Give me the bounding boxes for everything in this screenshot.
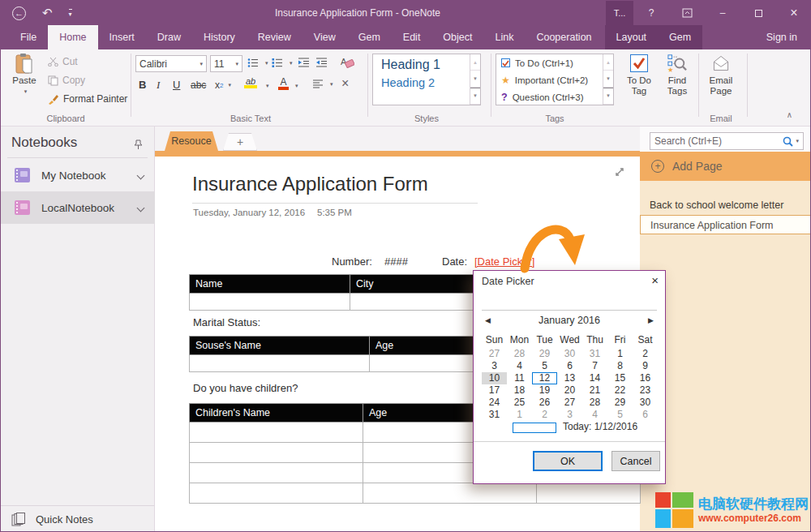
delete-button[interactable]: × [341,76,349,91]
children-question-label[interactable]: Do you have children? [193,382,298,394]
undo-icon[interactable]: ↶ [42,6,53,20]
date-picker-link[interactable]: [Date Picker] [474,255,534,268]
back-icon[interactable]: ← [12,6,26,20]
calendar-day-1[interactable]: 1 [507,409,532,421]
next-month-icon[interactable]: ▶ [648,316,654,324]
tab-cooperation[interactable]: Cooperation [525,25,603,49]
calendar-day-31[interactable]: 31 [582,348,607,360]
increase-indent-button[interactable] [315,58,328,67]
calendar-day-16[interactable]: 16 [633,372,658,384]
calendar-day-26[interactable]: 26 [532,397,557,409]
maximize-button[interactable] [740,1,776,25]
add-section-tab[interactable]: + [223,133,257,151]
calendar-day-6[interactable]: 6 [633,409,658,421]
search-icon[interactable] [783,136,793,147]
tag-question[interactable]: ? Question (Ctrl+3) [496,88,603,105]
copy-button[interactable]: Copy [48,75,85,86]
decrease-indent-button[interactable] [298,58,310,67]
calendar-day-23[interactable]: 23 [633,384,658,397]
calendar-day-29[interactable]: 29 [607,397,633,409]
highlight-dropdown-icon[interactable]: ▾ [266,83,269,89]
search-scope-dropdown-icon[interactable]: ▾ [796,138,799,144]
calendar-day-13[interactable]: 13 [557,372,582,384]
table-cell[interactable] [190,423,363,443]
eraser-button[interactable]: A [340,55,354,69]
table-header-cell[interactable]: Children's Name [190,404,363,423]
calendar-day-31[interactable]: 31 [482,409,507,421]
bullets-button[interactable]: ▾ [247,58,268,68]
quick-notes-button[interactable]: Quick Notes [1,508,154,531]
table-header-cell[interactable]: Name [190,275,350,294]
font-name-combobox[interactable]: Calibri ▾ [135,55,207,72]
calendar-day-30[interactable]: 30 [633,397,658,409]
tags-more-icon[interactable]: ▼ [603,88,613,105]
help-button[interactable]: ? [633,1,669,25]
chevron-down-icon[interactable] [137,171,145,179]
calendar-day-8[interactable]: 8 [607,360,633,372]
calendar-day-10[interactable]: 10 [482,372,507,384]
tag-todo[interactable]: To Do (Ctrl+1) [496,54,603,71]
todo-tag-button[interactable]: To Do Tag [620,54,658,117]
calendar-day-14[interactable]: 14 [582,372,607,384]
ok-button[interactable]: OK [533,451,603,471]
calendar-day-24[interactable]: 24 [482,397,507,409]
calendar-day-1[interactable]: 1 [607,348,633,360]
tab-link[interactable]: Link [484,25,526,49]
format-painter-button[interactable]: Format Painter [48,93,127,105]
section-tab-resouce[interactable]: Resouce [165,131,218,151]
bold-button[interactable]: B [139,79,146,91]
paragraph-align-button[interactable]: ▾ [312,79,333,88]
calendar-day-18[interactable]: 18 [507,384,532,397]
subscript-button[interactable]: x2 ▾ [215,79,231,91]
tab-edit[interactable]: Edit [392,25,432,49]
calendar-day-28[interactable]: 28 [507,348,532,360]
table-cell[interactable] [190,463,363,483]
search-input[interactable] [654,135,783,147]
number-value[interactable]: #### [384,255,408,268]
calendar-day-5[interactable]: 5 [532,360,557,372]
calendar-month-label[interactable]: January 2016 [474,315,665,326]
calendar-day-3[interactable]: 3 [557,409,582,421]
tab-file[interactable]: File [9,25,48,49]
close-button[interactable]: × [776,1,811,25]
highlight-button[interactable]: ab [244,76,257,88]
tell-me-tab[interactable]: T... [606,1,633,25]
tab-review[interactable]: Review [247,25,303,49]
calendar-day-20[interactable]: 20 [557,384,582,397]
calendar-day-30[interactable]: 30 [557,348,582,360]
font-color-button[interactable]: A [278,76,289,90]
tags-scroll-up-icon[interactable]: ▲ [603,54,613,71]
calendar-day-6[interactable]: 6 [557,360,582,372]
sidebar-item-local-notebook[interactable]: LocalNotebook [1,191,155,224]
strikethrough-button[interactable]: abc [191,79,206,91]
collapse-ribbon-icon[interactable]: ∧ [787,110,792,119]
calendar-day-4[interactable]: 4 [507,360,532,372]
calendar-day-27[interactable]: 27 [557,397,582,409]
cancel-button[interactable]: Cancel [611,451,660,471]
tab-history[interactable]: History [192,25,247,49]
calendar-day-4[interactable]: 4 [582,409,607,421]
paste-button[interactable]: Paste ▾ [6,54,43,117]
style-heading1[interactable]: Heading 1 [373,54,470,74]
table-cell[interactable] [363,483,537,504]
calendar-day-28[interactable]: 28 [582,397,607,409]
styles-scroll-up-icon[interactable]: ▲ [470,54,480,71]
styles-scroll-down-icon[interactable]: ▼ [470,71,480,87]
numbering-button[interactable]: ▾ [272,58,293,68]
ribbon-display-options-button[interactable] [669,1,705,25]
tab-gem2[interactable]: Gem [658,25,702,49]
calendar-day-25[interactable]: 25 [507,397,532,409]
calendar-day-2[interactable]: 2 [532,409,557,421]
calendar-day-5[interactable]: 5 [607,409,633,421]
calendar-day-2[interactable]: 2 [633,348,658,360]
underline-button[interactable]: U [173,79,180,91]
calendar-day-27[interactable]: 27 [482,348,507,360]
table-cell[interactable] [190,355,370,372]
calendar-day-29[interactable]: 29 [532,348,557,360]
tag-important[interactable]: ★ Important (Ctrl+2) [496,71,603,88]
find-tags-button[interactable]: ★ Find Tags [659,54,695,117]
calendar-day-11[interactable]: 11 [507,372,532,384]
calendar-day-17[interactable]: 17 [482,384,507,397]
italic-button[interactable]: I [157,79,160,92]
chevron-down-icon[interactable] [137,204,145,212]
